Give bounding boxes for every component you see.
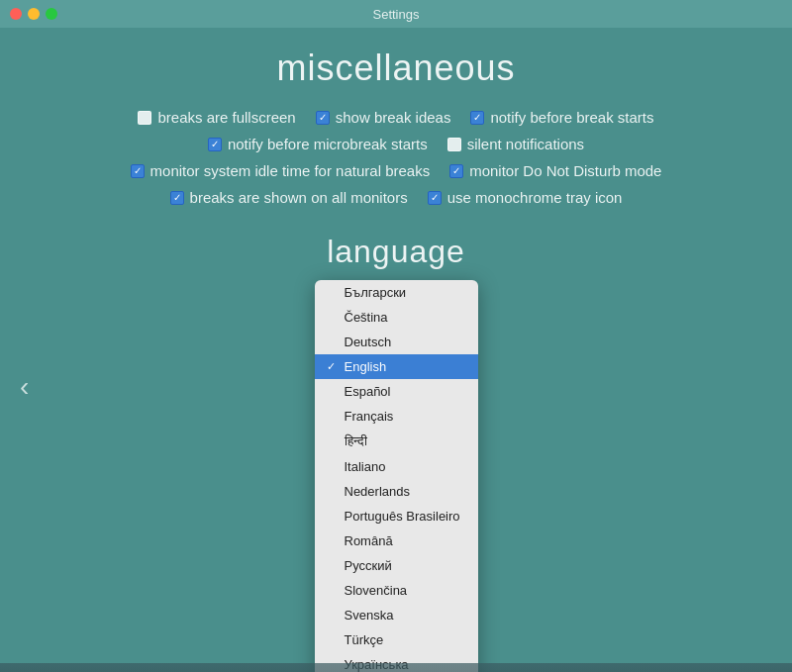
- monitor-dnd-icon: ✓: [449, 164, 463, 178]
- breaks-all-monitors-label: breaks are shown on all monitors: [190, 189, 408, 206]
- breaks-fullscreen-icon: [138, 111, 151, 125]
- main-content: ‹ miscellaneous breaks are fullscreen ✓ …: [0, 28, 792, 672]
- language-label-uk: Українська: [345, 657, 409, 672]
- language-option-uk[interactable]: Українська: [315, 652, 478, 672]
- checkmark-en: ✓: [327, 360, 339, 373]
- breaks-all-monitors-icon: ✓: [170, 191, 184, 205]
- maximize-button[interactable]: [46, 8, 57, 20]
- checkbox-breaks-fullscreen[interactable]: breaks are fullscreen: [138, 109, 295, 126]
- checkbox-row-1: ✓ notify before microbreak starts silent…: [208, 136, 584, 152]
- language-label-de: Deutsch: [345, 335, 392, 349]
- monitor-idle-label: monitor system idle time for natural bre…: [150, 162, 431, 179]
- checkbox-breaks-all-monitors[interactable]: ✓ breaks are shown on all monitors: [170, 189, 408, 206]
- language-label-bg: Български: [345, 285, 407, 300]
- language-option-tr[interactable]: Türkçe: [315, 627, 478, 652]
- close-button[interactable]: [10, 8, 22, 20]
- language-title: language: [327, 234, 465, 270]
- language-label-fr: Français: [345, 409, 394, 424]
- titlebar: Settings: [0, 0, 792, 28]
- language-option-hi[interactable]: हिन्दी: [315, 429, 478, 454]
- checkbox-show-break-ideas[interactable]: ✓ show break ideas: [316, 109, 451, 126]
- language-option-pt[interactable]: Português Brasileiro: [315, 504, 478, 528]
- language-label-cs: Čeština: [345, 310, 388, 325]
- checkbox-notify-before-break[interactable]: ✓ notify before break starts: [470, 109, 653, 126]
- language-option-sv[interactable]: Svenska: [315, 603, 478, 627]
- language-label-sv: Svenska: [345, 608, 394, 623]
- notify-before-break-icon: ✓: [470, 111, 484, 125]
- language-label-nl: Nederlands: [345, 484, 411, 499]
- monochrome-tray-label: use monochrome tray icon: [447, 189, 623, 206]
- checkbox-silent-notifications[interactable]: silent notifications: [447, 136, 584, 152]
- checkbox-notify-before-microbreak[interactable]: ✓ notify before microbreak starts: [208, 136, 428, 152]
- language-label-sk: Slovenčina: [345, 583, 408, 598]
- checkbox-row-0: breaks are fullscreen ✓ show break ideas…: [138, 109, 653, 126]
- notify-before-microbreak-icon: ✓: [208, 138, 222, 151]
- checkboxes-section: breaks are fullscreen ✓ show break ideas…: [59, 109, 733, 206]
- silent-notifications-label: silent notifications: [467, 136, 584, 152]
- language-label-pt: Português Brasileiro: [345, 509, 460, 524]
- window-title: Settings: [373, 7, 420, 22]
- miscellaneous-title: miscellaneous: [276, 48, 515, 89]
- language-option-cs[interactable]: Čeština: [315, 305, 478, 330]
- language-option-ro[interactable]: Română: [315, 528, 478, 553]
- language-label-hi: हिन्दी: [345, 433, 367, 449]
- monitor-idle-icon: ✓: [131, 164, 145, 178]
- language-dropdown[interactable]: Български Čeština Deutsch ✓ English Espa…: [315, 280, 478, 672]
- monitor-dnd-label: monitor Do Not Disturb mode: [469, 162, 661, 179]
- checkbox-monochrome-tray[interactable]: ✓ use monochrome tray icon: [428, 189, 623, 206]
- language-option-nl[interactable]: Nederlands: [315, 479, 478, 504]
- language-option-es[interactable]: Español: [315, 379, 478, 404]
- minimize-button[interactable]: [28, 8, 40, 20]
- checkbox-monitor-dnd[interactable]: ✓ monitor Do Not Disturb mode: [449, 162, 661, 179]
- language-option-bg[interactable]: Български: [315, 280, 478, 305]
- back-button[interactable]: ‹: [20, 371, 29, 403]
- notify-before-break-label: notify before break starts: [490, 109, 653, 126]
- checkbox-monitor-idle[interactable]: ✓ monitor system idle time for natural b…: [131, 162, 431, 179]
- window-controls: [10, 8, 57, 20]
- language-label-it: Italiano: [345, 459, 386, 474]
- language-label-ro: Română: [345, 533, 393, 548]
- notify-before-microbreak-label: notify before microbreak starts: [228, 136, 428, 152]
- show-break-ideas-label: show break ideas: [336, 109, 451, 126]
- app-window: Settings ‹ miscellaneous breaks are full…: [0, 0, 792, 672]
- checkbox-row-3: ✓ breaks are shown on all monitors ✓ use…: [170, 189, 623, 206]
- language-label-tr: Türkçe: [345, 632, 384, 647]
- silent-notifications-icon: [447, 138, 461, 151]
- language-label-es: Español: [345, 384, 391, 399]
- language-option-sk[interactable]: Slovenčina: [315, 578, 478, 603]
- monochrome-tray-icon: ✓: [428, 191, 442, 205]
- language-option-ru[interactable]: Русский: [315, 553, 478, 578]
- language-option-de[interactable]: Deutsch: [315, 330, 478, 354]
- language-option-en[interactable]: ✓ English: [315, 354, 478, 379]
- language-option-fr[interactable]: Français: [315, 404, 478, 429]
- checkbox-row-2: ✓ monitor system idle time for natural b…: [131, 162, 662, 179]
- breaks-fullscreen-label: breaks are fullscreen: [157, 109, 295, 126]
- show-break-ideas-icon: ✓: [316, 111, 330, 125]
- language-label-ru: Русский: [345, 558, 392, 573]
- language-label-en: English: [345, 359, 387, 374]
- language-option-it[interactable]: Italiano: [315, 454, 478, 479]
